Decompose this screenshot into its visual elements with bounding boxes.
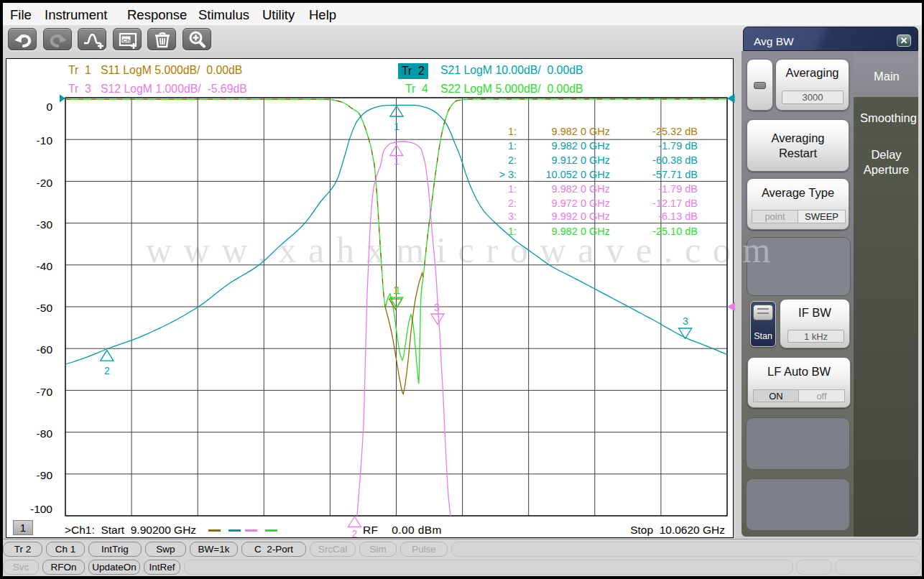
svg-text:3: 3 [434,302,440,313]
svg-text:2: 2 [104,365,110,376]
svg-text:1: 1 [394,155,399,167]
svg-text:1: 1 [395,284,401,296]
svg-text:3: 3 [683,315,688,327]
svg-text:1: 1 [394,121,399,132]
svg-text:2: 2 [352,528,358,539]
